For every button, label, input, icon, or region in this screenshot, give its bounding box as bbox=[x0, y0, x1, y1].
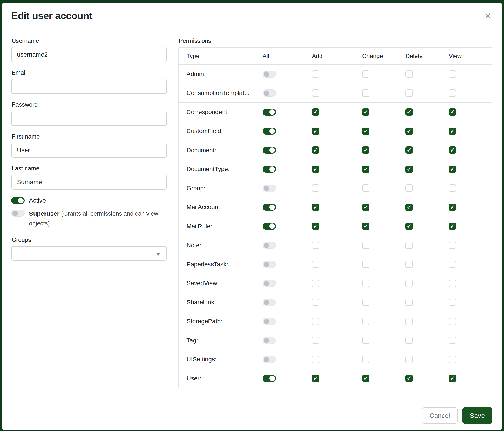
permission-change-checkbox[interactable] bbox=[362, 146, 369, 154]
permission-add-checkbox[interactable] bbox=[312, 318, 319, 325]
permission-all-toggle[interactable] bbox=[262, 90, 276, 97]
permission-delete-checkbox[interactable] bbox=[405, 127, 413, 135]
permission-add-checkbox[interactable] bbox=[312, 185, 319, 192]
permission-view-checkbox[interactable] bbox=[449, 337, 456, 344]
permission-delete-checkbox[interactable] bbox=[405, 318, 413, 325]
permission-add-checkbox[interactable] bbox=[312, 70, 319, 78]
permission-view-checkbox[interactable] bbox=[449, 375, 456, 382]
superuser-toggle[interactable] bbox=[11, 210, 25, 217]
permission-row: Document: bbox=[179, 141, 492, 160]
permission-all-toggle[interactable] bbox=[262, 71, 276, 78]
permission-delete-checkbox[interactable] bbox=[405, 166, 413, 173]
permission-change-checkbox[interactable] bbox=[362, 280, 369, 287]
permission-change-checkbox[interactable] bbox=[362, 185, 369, 192]
groups-select[interactable] bbox=[11, 246, 167, 260]
permission-view-checkbox[interactable] bbox=[449, 204, 456, 211]
permission-all-toggle[interactable] bbox=[262, 166, 276, 173]
email-input[interactable] bbox=[11, 79, 167, 94]
permission-add-checkbox[interactable] bbox=[312, 299, 319, 306]
permission-change-checkbox[interactable] bbox=[362, 242, 369, 249]
permission-change-checkbox[interactable] bbox=[362, 260, 369, 268]
permission-all-toggle[interactable] bbox=[262, 337, 276, 344]
permission-view-checkbox[interactable] bbox=[449, 108, 456, 116]
permission-all-toggle[interactable] bbox=[262, 261, 276, 268]
permission-all-toggle[interactable] bbox=[262, 204, 276, 211]
permission-view-checkbox[interactable] bbox=[449, 127, 456, 135]
last-name-input[interactable] bbox=[11, 175, 167, 189]
permission-add-checkbox[interactable] bbox=[312, 356, 319, 363]
close-icon[interactable]: × bbox=[483, 10, 492, 22]
permission-view-checkbox[interactable] bbox=[449, 146, 456, 154]
permission-change-checkbox[interactable] bbox=[362, 375, 369, 382]
permission-delete-checkbox[interactable] bbox=[405, 356, 413, 363]
permission-view-checkbox[interactable] bbox=[449, 90, 456, 97]
permission-delete-checkbox[interactable] bbox=[405, 70, 413, 78]
permission-add-checkbox[interactable] bbox=[312, 166, 319, 173]
permission-view-checkbox[interactable] bbox=[449, 70, 456, 78]
permission-delete-checkbox[interactable] bbox=[405, 375, 413, 382]
permission-view-checkbox[interactable] bbox=[449, 280, 456, 287]
permission-view-checkbox[interactable] bbox=[449, 260, 456, 268]
permission-change-checkbox[interactable] bbox=[362, 127, 369, 135]
permission-add-checkbox[interactable] bbox=[312, 108, 319, 116]
permission-delete-checkbox[interactable] bbox=[405, 223, 413, 230]
active-toggle[interactable] bbox=[11, 197, 25, 204]
permission-delete-checkbox[interactable] bbox=[405, 108, 413, 116]
permission-change-checkbox[interactable] bbox=[362, 204, 369, 211]
permission-change-checkbox[interactable] bbox=[362, 108, 369, 116]
permission-all-toggle[interactable] bbox=[262, 318, 276, 325]
permission-add-checkbox[interactable] bbox=[312, 375, 319, 382]
permission-add-checkbox[interactable] bbox=[312, 127, 319, 135]
permission-view-checkbox[interactable] bbox=[449, 185, 456, 192]
permission-delete-checkbox[interactable] bbox=[405, 260, 413, 268]
permission-change-checkbox[interactable] bbox=[362, 318, 369, 325]
permission-view-checkbox[interactable] bbox=[449, 242, 456, 249]
permission-change-checkbox[interactable] bbox=[362, 299, 369, 306]
permission-change-checkbox[interactable] bbox=[362, 70, 369, 78]
permission-change-checkbox[interactable] bbox=[362, 223, 369, 230]
username-input[interactable] bbox=[11, 47, 167, 62]
permission-delete-checkbox[interactable] bbox=[405, 299, 413, 306]
permission-delete-checkbox[interactable] bbox=[405, 90, 413, 97]
password-label: Password bbox=[12, 101, 167, 108]
permission-view-checkbox[interactable] bbox=[449, 318, 456, 325]
permission-all-toggle[interactable] bbox=[262, 127, 276, 135]
permission-delete-checkbox[interactable] bbox=[405, 242, 413, 249]
password-input[interactable] bbox=[11, 111, 167, 126]
column-header-delete: Delete bbox=[405, 53, 449, 60]
permission-delete-checkbox[interactable] bbox=[405, 146, 413, 154]
permission-delete-checkbox[interactable] bbox=[405, 204, 413, 211]
permission-view-checkbox[interactable] bbox=[449, 356, 456, 363]
permission-all-toggle[interactable] bbox=[262, 280, 276, 287]
permission-view-checkbox[interactable] bbox=[449, 299, 456, 306]
permission-delete-checkbox[interactable] bbox=[405, 185, 413, 192]
permission-delete-checkbox[interactable] bbox=[405, 280, 413, 287]
permission-change-checkbox[interactable] bbox=[362, 166, 369, 173]
permission-change-checkbox[interactable] bbox=[362, 337, 369, 344]
permission-add-checkbox[interactable] bbox=[312, 146, 319, 154]
save-button[interactable]: Save bbox=[462, 407, 492, 423]
permission-add-checkbox[interactable] bbox=[312, 280, 319, 287]
first-name-input[interactable] bbox=[11, 143, 167, 158]
permission-view-checkbox[interactable] bbox=[449, 166, 456, 173]
permission-all-toggle[interactable] bbox=[262, 375, 276, 382]
permission-all-toggle[interactable] bbox=[262, 185, 276, 192]
permission-add-checkbox[interactable] bbox=[312, 242, 319, 249]
permission-all-toggle[interactable] bbox=[262, 223, 276, 230]
permission-row: MailAccount: bbox=[179, 198, 492, 217]
permission-change-checkbox[interactable] bbox=[362, 90, 369, 97]
permission-all-toggle[interactable] bbox=[262, 356, 276, 363]
permission-all-toggle[interactable] bbox=[262, 147, 276, 154]
permission-all-toggle[interactable] bbox=[262, 109, 276, 116]
permission-all-toggle[interactable] bbox=[262, 242, 276, 249]
permission-add-checkbox[interactable] bbox=[312, 223, 319, 230]
permission-add-checkbox[interactable] bbox=[312, 260, 319, 268]
permission-add-checkbox[interactable] bbox=[312, 204, 319, 211]
permission-all-toggle[interactable] bbox=[262, 299, 276, 306]
cancel-button[interactable]: Cancel bbox=[422, 407, 457, 423]
permission-delete-checkbox[interactable] bbox=[405, 337, 413, 344]
permission-view-checkbox[interactable] bbox=[449, 223, 456, 230]
permission-add-checkbox[interactable] bbox=[312, 337, 319, 344]
permission-add-checkbox[interactable] bbox=[312, 90, 319, 97]
permission-change-checkbox[interactable] bbox=[362, 356, 369, 363]
